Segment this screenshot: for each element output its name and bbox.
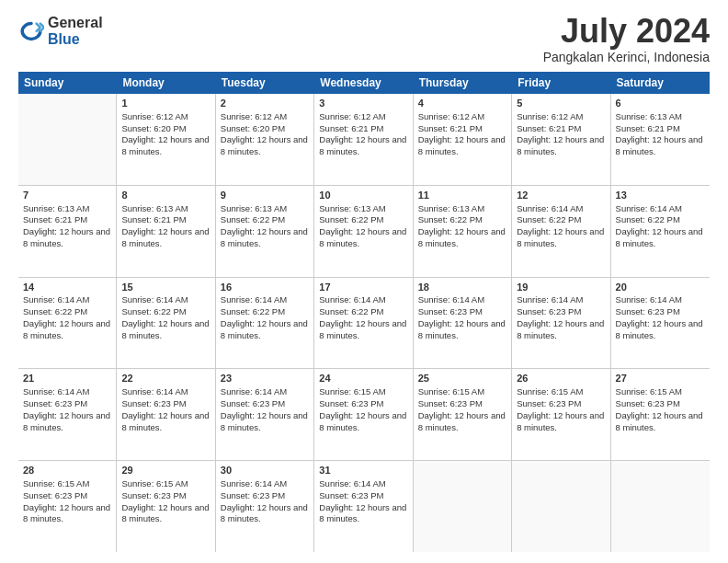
calendar-week-2: 7Sunrise: 6:13 AM Sunset: 6:21 PM Daylig… <box>18 186 710 278</box>
day-number: 16 <box>221 281 309 294</box>
calendar-week-5: 28Sunrise: 6:15 AM Sunset: 6:23 PM Dayli… <box>18 461 710 552</box>
day-number: 28 <box>23 464 111 477</box>
day-number: 19 <box>517 281 605 294</box>
header-day-thursday: Thursday <box>414 72 512 94</box>
sun-info: Sunrise: 6:12 AM Sunset: 6:21 PM Dayligh… <box>319 111 407 158</box>
sun-info: Sunrise: 6:14 AM Sunset: 6:22 PM Dayligh… <box>517 203 605 250</box>
sun-info: Sunrise: 6:15 AM Sunset: 6:23 PM Dayligh… <box>319 386 407 433</box>
calendar-cell: 3Sunrise: 6:12 AM Sunset: 6:21 PM Daylig… <box>314 94 413 185</box>
sun-info: Sunrise: 6:12 AM Sunset: 6:21 PM Dayligh… <box>418 111 506 158</box>
calendar-cell: 23Sunrise: 6:14 AM Sunset: 6:23 PM Dayli… <box>216 369 314 460</box>
calendar-cell <box>414 461 512 552</box>
calendar-cell: 15Sunrise: 6:14 AM Sunset: 6:22 PM Dayli… <box>117 278 215 369</box>
day-number: 7 <box>23 189 111 202</box>
sun-info: Sunrise: 6:14 AM Sunset: 6:22 PM Dayligh… <box>221 294 309 341</box>
calendar-cell: 6Sunrise: 6:13 AM Sunset: 6:21 PM Daylig… <box>611 94 710 185</box>
sun-info: Sunrise: 6:13 AM Sunset: 6:21 PM Dayligh… <box>23 203 111 250</box>
sun-info: Sunrise: 6:14 AM Sunset: 6:22 PM Dayligh… <box>616 203 705 250</box>
sun-info: Sunrise: 6:15 AM Sunset: 6:23 PM Dayligh… <box>616 386 705 433</box>
calendar-cell: 19Sunrise: 6:14 AM Sunset: 6:23 PM Dayli… <box>512 278 610 369</box>
sun-info: Sunrise: 6:14 AM Sunset: 6:23 PM Dayligh… <box>221 478 309 525</box>
day-number: 26 <box>517 372 605 385</box>
calendar-week-1: 1Sunrise: 6:12 AM Sunset: 6:20 PM Daylig… <box>18 94 710 186</box>
sun-info: Sunrise: 6:13 AM Sunset: 6:22 PM Dayligh… <box>418 203 506 250</box>
calendar-cell: 5Sunrise: 6:12 AM Sunset: 6:21 PM Daylig… <box>512 94 610 185</box>
sun-info: Sunrise: 6:15 AM Sunset: 6:23 PM Dayligh… <box>23 478 111 525</box>
sun-info: Sunrise: 6:12 AM Sunset: 6:20 PM Dayligh… <box>121 111 210 158</box>
day-number: 21 <box>23 372 111 385</box>
calendar-cell <box>18 94 117 185</box>
calendar-cell: 1Sunrise: 6:12 AM Sunset: 6:20 PM Daylig… <box>117 94 215 185</box>
title-section: July 2024 Pangkalan Kerinci, Indonesia <box>543 15 710 64</box>
sun-info: Sunrise: 6:14 AM Sunset: 6:23 PM Dayligh… <box>121 386 210 433</box>
calendar-cell: 18Sunrise: 6:14 AM Sunset: 6:23 PM Dayli… <box>414 278 512 369</box>
month-title: July 2024 <box>543 15 710 48</box>
day-number: 3 <box>319 97 407 110</box>
calendar-cell <box>611 461 710 552</box>
day-number: 8 <box>121 189 210 202</box>
day-number: 9 <box>221 189 309 202</box>
day-number: 6 <box>616 97 705 110</box>
sun-info: Sunrise: 6:15 AM Sunset: 6:23 PM Dayligh… <box>418 386 506 433</box>
header: General Blue July 2024 Pangkalan Kerinci… <box>18 15 710 64</box>
calendar-cell: 10Sunrise: 6:13 AM Sunset: 6:22 PM Dayli… <box>314 186 413 277</box>
calendar-cell: 30Sunrise: 6:14 AM Sunset: 6:23 PM Dayli… <box>216 461 314 552</box>
page: General Blue July 2024 Pangkalan Kerinci… <box>0 0 728 563</box>
header-day-monday: Monday <box>117 72 215 94</box>
sun-info: Sunrise: 6:12 AM Sunset: 6:21 PM Dayligh… <box>517 111 605 158</box>
day-number: 24 <box>319 372 407 385</box>
calendar-cell: 22Sunrise: 6:14 AM Sunset: 6:23 PM Dayli… <box>117 369 215 460</box>
calendar-cell: 8Sunrise: 6:13 AM Sunset: 6:21 PM Daylig… <box>117 186 215 277</box>
calendar-cell: 12Sunrise: 6:14 AM Sunset: 6:22 PM Dayli… <box>512 186 610 277</box>
calendar-cell: 4Sunrise: 6:12 AM Sunset: 6:21 PM Daylig… <box>414 94 512 185</box>
calendar-cell: 29Sunrise: 6:15 AM Sunset: 6:23 PM Dayli… <box>117 461 215 552</box>
calendar-cell: 27Sunrise: 6:15 AM Sunset: 6:23 PM Dayli… <box>611 369 710 460</box>
logo-blue: Blue <box>48 31 103 48</box>
day-number: 29 <box>121 464 210 477</box>
calendar-cell: 16Sunrise: 6:14 AM Sunset: 6:22 PM Dayli… <box>216 278 314 369</box>
day-number: 18 <box>418 281 506 294</box>
calendar-cell: 9Sunrise: 6:13 AM Sunset: 6:22 PM Daylig… <box>216 186 314 277</box>
logo-icon <box>18 18 44 44</box>
day-number: 30 <box>221 464 309 477</box>
day-number: 23 <box>221 372 309 385</box>
calendar-cell: 25Sunrise: 6:15 AM Sunset: 6:23 PM Dayli… <box>414 369 512 460</box>
day-number: 15 <box>121 281 210 294</box>
header-day-wednesday: Wednesday <box>314 72 413 94</box>
sun-info: Sunrise: 6:14 AM Sunset: 6:22 PM Dayligh… <box>121 294 210 341</box>
sun-info: Sunrise: 6:14 AM Sunset: 6:22 PM Dayligh… <box>319 294 407 341</box>
header-day-friday: Friday <box>512 72 610 94</box>
logo-text: General Blue <box>48 15 103 47</box>
calendar-cell: 13Sunrise: 6:14 AM Sunset: 6:22 PM Dayli… <box>611 186 710 277</box>
calendar-cell: 26Sunrise: 6:15 AM Sunset: 6:23 PM Dayli… <box>512 369 610 460</box>
day-number: 31 <box>319 464 407 477</box>
header-day-saturday: Saturday <box>611 72 710 94</box>
sun-info: Sunrise: 6:14 AM Sunset: 6:23 PM Dayligh… <box>23 386 111 433</box>
calendar-cell: 24Sunrise: 6:15 AM Sunset: 6:23 PM Dayli… <box>314 369 413 460</box>
calendar-cell: 20Sunrise: 6:14 AM Sunset: 6:23 PM Dayli… <box>611 278 710 369</box>
calendar-body: 1Sunrise: 6:12 AM Sunset: 6:20 PM Daylig… <box>18 94 710 552</box>
day-number: 11 <box>418 189 506 202</box>
day-number: 5 <box>517 97 605 110</box>
calendar-cell: 21Sunrise: 6:14 AM Sunset: 6:23 PM Dayli… <box>18 369 117 460</box>
calendar-week-4: 21Sunrise: 6:14 AM Sunset: 6:23 PM Dayli… <box>18 369 710 461</box>
sun-info: Sunrise: 6:14 AM Sunset: 6:23 PM Dayligh… <box>221 386 309 433</box>
day-number: 1 <box>121 97 210 110</box>
sun-info: Sunrise: 6:13 AM Sunset: 6:21 PM Dayligh… <box>121 203 210 250</box>
calendar-header: SundayMondayTuesdayWednesdayThursdayFrid… <box>18 72 710 94</box>
day-number: 2 <box>221 97 309 110</box>
logo: General Blue <box>18 15 103 47</box>
sun-info: Sunrise: 6:14 AM Sunset: 6:23 PM Dayligh… <box>616 294 705 341</box>
day-number: 22 <box>121 372 210 385</box>
day-number: 14 <box>23 281 111 294</box>
calendar-cell: 28Sunrise: 6:15 AM Sunset: 6:23 PM Dayli… <box>18 461 117 552</box>
calendar-week-3: 14Sunrise: 6:14 AM Sunset: 6:22 PM Dayli… <box>18 278 710 370</box>
day-number: 10 <box>319 189 407 202</box>
sun-info: Sunrise: 6:12 AM Sunset: 6:20 PM Dayligh… <box>221 111 309 158</box>
header-day-sunday: Sunday <box>18 72 117 94</box>
sun-info: Sunrise: 6:13 AM Sunset: 6:22 PM Dayligh… <box>319 203 407 250</box>
sun-info: Sunrise: 6:13 AM Sunset: 6:22 PM Dayligh… <box>221 203 309 250</box>
sun-info: Sunrise: 6:13 AM Sunset: 6:21 PM Dayligh… <box>616 111 705 158</box>
calendar-cell <box>512 461 610 552</box>
calendar-cell: 31Sunrise: 6:14 AM Sunset: 6:23 PM Dayli… <box>314 461 413 552</box>
